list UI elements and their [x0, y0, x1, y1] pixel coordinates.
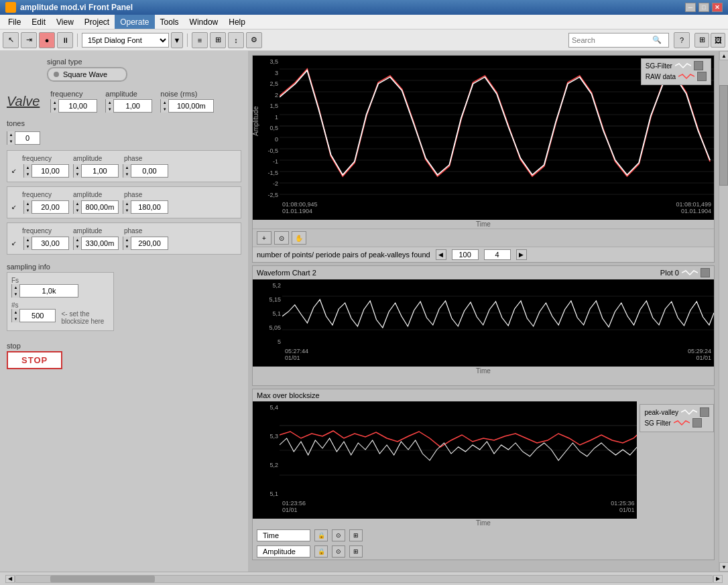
toolbar-pointer-btn[interactable]: ↖ — [3, 32, 19, 48]
menu-edit[interactable]: Edit — [26, 15, 51, 29]
t1-phase-down[interactable]: ▼ — [123, 171, 131, 178]
menu-help[interactable]: Help — [223, 15, 251, 29]
chart1-pan-btn[interactable]: ✋ — [292, 231, 306, 245]
tones-count-control[interactable]: ▲ ▼ 0 — [7, 131, 40, 145]
font-select[interactable]: 15pt Dialog Font — [82, 33, 169, 48]
frequency-arrows[interactable]: ▲ ▼ — [51, 99, 59, 113]
scroll-left-btn[interactable]: ◀ — [5, 575, 15, 583]
samples-arrows[interactable]: ▲ ▼ — [12, 309, 20, 322]
toolbar-grid-btn[interactable]: ⊞ — [694, 33, 709, 48]
fs-control[interactable]: ▲ ▼ 1,0k — [11, 284, 78, 298]
frequency-control[interactable]: ▲ ▼ 10,00 — [50, 99, 97, 113]
samples-control[interactable]: ▲ ▼ 500 — [11, 309, 56, 322]
t2-amp-up[interactable]: ▲ — [74, 200, 81, 207]
chart1-fit-btn[interactable]: ⊙ — [274, 231, 289, 245]
amp-up-arrow[interactable]: ▲ — [106, 99, 113, 106]
axis-zoom-btn[interactable]: ⊞ — [349, 529, 363, 541]
menu-operate[interactable]: Operate — [115, 15, 154, 29]
amp-down-arrow[interactable]: ▼ — [106, 106, 113, 113]
scroll-up-btn[interactable]: ▲ — [719, 51, 728, 60]
tone1-amp-control[interactable]: ▲ ▼ 1,00 — [73, 164, 119, 178]
tones-down-arrow[interactable]: ▼ — [7, 138, 15, 145]
samples-down[interactable]: ▼ — [12, 316, 19, 322]
peakvalley-next-btn[interactable]: ▶ — [516, 249, 527, 260]
scrollbar-horizontal[interactable] — [15, 575, 713, 583]
scrollbar-vertical[interactable]: ▲ ▼ — [719, 51, 728, 572]
t3-amp-up[interactable]: ▲ — [74, 237, 81, 243]
t2-phase-up[interactable]: ▲ — [123, 200, 131, 207]
t3-amp-arrows[interactable]: ▲ ▼ — [74, 237, 82, 250]
tone3-freq-control[interactable]: ▲ ▼ 30,00 — [23, 237, 69, 250]
axis-amp-fit-btn[interactable]: ⊙ — [332, 545, 345, 558]
search-icon[interactable]: 🔍 — [652, 36, 662, 44]
t2-freq-down[interactable]: ▼ — [24, 207, 32, 214]
t2-amp-arrows[interactable]: ▲ ▼ — [74, 200, 82, 214]
t3-phase-arrows[interactable]: ▲ ▼ — [123, 237, 131, 250]
amplitude-arrows[interactable]: ▲ ▼ — [106, 99, 114, 113]
t1-amp-down[interactable]: ▼ — [74, 171, 81, 178]
freq-up-arrow[interactable]: ▲ — [51, 99, 58, 106]
t1-freq-up[interactable]: ▲ — [24, 164, 32, 171]
menu-file[interactable]: File — [3, 15, 26, 29]
fs-arrows[interactable]: ▲ ▼ — [12, 284, 20, 298]
t1-amp-up[interactable]: ▲ — [74, 164, 81, 171]
t3-freq-arrows[interactable]: ▲ ▼ — [24, 237, 32, 250]
maximize-button[interactable]: □ — [699, 3, 709, 12]
t1-freq-arrows[interactable]: ▲ ▼ — [24, 164, 32, 178]
toolbar-img-btn[interactable]: 🖼 — [711, 33, 725, 48]
scroll-thumb[interactable] — [719, 85, 728, 186]
axis-lock-btn[interactable]: 🔒 — [314, 529, 328, 541]
signal-type-dropdown[interactable]: Square Wave — [47, 67, 127, 82]
toolbar-tab-btn[interactable]: ⇥ — [21, 32, 37, 48]
noise-arrows[interactable]: ▲ ▼ — [161, 99, 169, 113]
t3-phase-down[interactable]: ▼ — [123, 243, 131, 250]
axis-fit-btn[interactable]: ⊙ — [332, 529, 345, 541]
t2-phase-arrows[interactable]: ▲ ▼ — [123, 200, 131, 214]
toolbar-align-btn[interactable]: ≡ — [192, 32, 208, 48]
tone2-freq-control[interactable]: ▲ ▼ 20,00 — [23, 200, 69, 214]
tones-arrows[interactable]: ▲ ▼ — [7, 131, 15, 145]
axis-amp-zoom-btn[interactable]: ⊞ — [349, 545, 363, 558]
tone1-freq-control[interactable]: ▲ ▼ 10,00 — [23, 164, 69, 178]
freq-down-arrow[interactable]: ▼ — [51, 106, 58, 113]
t3-phase-up[interactable]: ▲ — [123, 237, 131, 243]
samples-up[interactable]: ▲ — [12, 309, 19, 316]
chart1-plus-btn[interactable]: + — [257, 231, 271, 245]
toolbar-help-btn[interactable]: ? — [674, 32, 690, 48]
t1-freq-down[interactable]: ▼ — [24, 171, 32, 178]
tone3-phase-control[interactable]: ▲ ▼ 290,00 — [123, 237, 168, 250]
menu-view[interactable]: View — [51, 15, 79, 29]
t2-freq-arrows[interactable]: ▲ ▼ — [24, 200, 32, 214]
search-input[interactable] — [572, 36, 652, 44]
fs-up[interactable]: ▲ — [12, 284, 19, 291]
tone2-phase-control[interactable]: ▲ ▼ 180,00 — [123, 200, 168, 214]
t2-amp-down[interactable]: ▼ — [74, 207, 81, 214]
toolbar-order-btn[interactable]: ↕ — [228, 32, 244, 48]
tones-up-arrow[interactable]: ▲ — [7, 131, 15, 138]
t1-phase-arrows[interactable]: ▲ ▼ — [123, 164, 131, 178]
amplitude-control[interactable]: ▲ ▼ 1,00 — [105, 99, 152, 113]
close-button[interactable]: ✕ — [712, 3, 723, 12]
noise-down-arrow[interactable]: ▼ — [161, 106, 168, 113]
t1-amp-arrows[interactable]: ▲ ▼ — [74, 164, 82, 178]
t3-freq-up[interactable]: ▲ — [24, 237, 32, 243]
tone3-amp-control[interactable]: ▲ ▼ 330,00m — [73, 237, 119, 250]
t3-freq-down[interactable]: ▼ — [24, 243, 32, 250]
peakvalley-prev-btn[interactable]: ◀ — [436, 249, 446, 260]
t3-amp-down[interactable]: ▼ — [74, 243, 81, 250]
scroll-down-btn[interactable]: ▼ — [719, 562, 728, 572]
menu-window[interactable]: Window — [184, 15, 224, 29]
axis-amp-lock-btn[interactable]: 🔒 — [314, 545, 328, 558]
scrollbar-thumb[interactable] — [50, 576, 155, 582]
scroll-right-btn[interactable]: ▶ — [713, 575, 723, 583]
stop-button[interactable]: STOP — [7, 351, 62, 369]
fs-down[interactable]: ▼ — [12, 291, 19, 298]
toolbar-pause-btn[interactable]: ⏸ — [57, 32, 73, 48]
noise-up-arrow[interactable]: ▲ — [161, 99, 168, 106]
t1-phase-up[interactable]: ▲ — [123, 164, 131, 171]
toolbar-size-btn[interactable]: ⊞ — [210, 32, 226, 48]
tone1-phase-control[interactable]: ▲ ▼ 0,00 — [123, 164, 168, 178]
minimize-button[interactable]: ─ — [685, 3, 696, 12]
toolbar-extra-btn[interactable]: ⚙ — [246, 32, 262, 48]
menu-tools[interactable]: Tools — [155, 15, 184, 29]
